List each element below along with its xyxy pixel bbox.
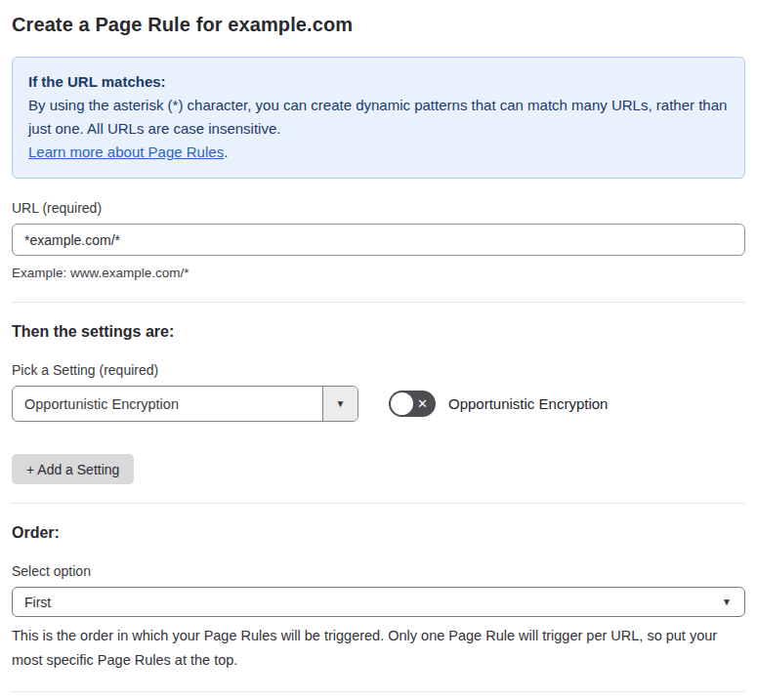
info-box-heading: If the URL matches: <box>28 70 729 94</box>
caret-down-icon: ▼ <box>336 398 346 409</box>
page-title: Create a Page Rule for example.com <box>12 14 745 36</box>
link-suffix: . <box>224 144 228 160</box>
setting-picker-caret-button[interactable]: ▼ <box>322 387 357 421</box>
divider <box>12 302 745 303</box>
opportunistic-encryption-toggle[interactable]: ✕ <box>389 391 436 417</box>
info-box-link-line: Learn more about Page Rules. <box>28 141 729 164</box>
toggle-wrap: ✕ Opportunistic Encryption <box>389 391 608 417</box>
order-select[interactable]: First ▼ <box>12 587 745 617</box>
url-field-label: URL (required) <box>12 200 745 216</box>
order-section-heading: Order: <box>12 524 745 542</box>
order-select-value: First <box>24 595 51 610</box>
create-page-rule-form: Create a Page Rule for example.com If th… <box>0 0 757 700</box>
order-helper-text: This is the order in which your Page Rul… <box>12 624 745 673</box>
select-option-label: Select option <box>12 563 745 579</box>
caret-down-icon: ▼ <box>722 588 732 616</box>
setting-picker-dropdown[interactable]: Opportunistic Encryption ▼ <box>12 386 358 422</box>
url-matches-info-box: If the URL matches: By using the asteris… <box>12 57 745 179</box>
settings-section-heading: Then the settings are: <box>12 323 745 341</box>
toggle-off-x-icon: ✕ <box>417 391 428 417</box>
toggle-knob <box>391 392 413 415</box>
pick-setting-label: Pick a Setting (required) <box>12 362 745 378</box>
divider <box>12 691 745 692</box>
setting-picker-value: Opportunistic Encryption <box>13 387 322 421</box>
divider <box>12 503 745 504</box>
add-setting-button[interactable]: + Add a Setting <box>12 454 134 484</box>
toggle-label: Opportunistic Encryption <box>448 395 608 412</box>
url-input[interactable] <box>12 224 745 256</box>
url-example-helper: Example: www.example.com/* <box>12 264 745 283</box>
info-box-body: By using the asterisk (*) character, you… <box>28 94 729 141</box>
setting-row: Opportunistic Encryption ▼ ✕ Opportunist… <box>12 386 745 422</box>
learn-more-link[interactable]: Learn more about Page Rules <box>28 144 224 160</box>
